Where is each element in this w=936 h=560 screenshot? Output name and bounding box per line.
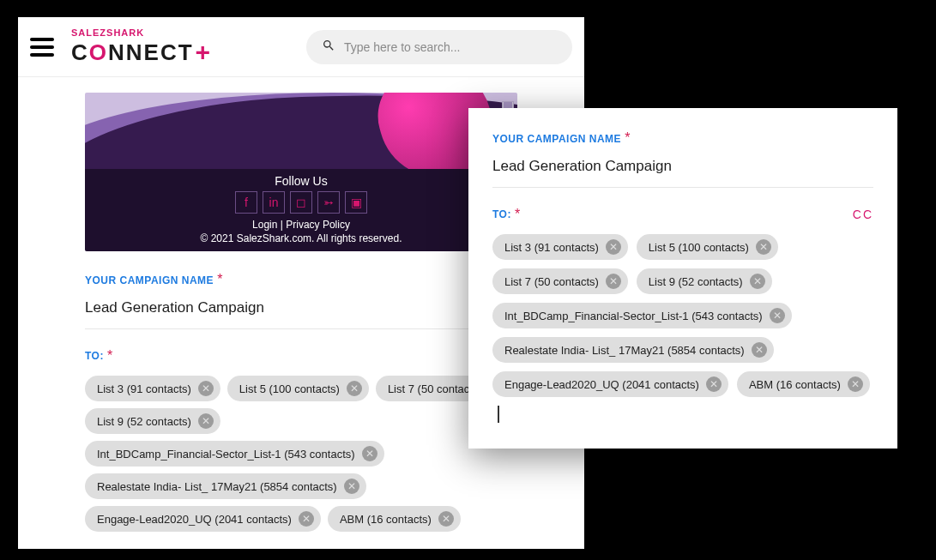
hamburger-menu-button[interactable] (30, 38, 54, 57)
campaign-name-input[interactable]: Lead Generation Campaign (492, 158, 873, 188)
remove-chip-icon[interactable]: ✕ (756, 239, 771, 255)
privacy-link[interactable]: Privacy Policy (286, 219, 350, 231)
remove-chip-icon[interactable]: ✕ (198, 413, 214, 429)
youtube-icon[interactable]: ▣ (345, 191, 367, 214)
campaign-name-field: YOUR CAMPAIGN NAME* Lead Generation Camp… (85, 272, 517, 329)
chip-label: List 5 (100 contacts) (239, 382, 340, 395)
chip-label: Engage-Lead2020_UQ (2041 contacts) (97, 513, 292, 526)
text-caret (498, 406, 499, 423)
chip-label: List 7 (50 contacts) (504, 275, 599, 288)
recipient-chip[interactable]: List 5 (100 contacts)✕ (637, 234, 778, 260)
campaign-popover: YOUR CAMPAIGN NAME* Lead Generation Camp… (468, 108, 897, 449)
login-link[interactable]: Login (252, 219, 277, 231)
link-separator: | (277, 219, 286, 231)
recipient-chip[interactable]: List 3 (91 contacts)✕ (492, 234, 628, 260)
brand-subtitle: SALEZSHARK (71, 28, 212, 38)
recipient-chip[interactable]: Realestate India- List_ 17May21 (5854 co… (492, 337, 774, 363)
remove-chip-icon[interactable]: ✕ (750, 274, 765, 289)
chip-label: ABM (16 contacts) (340, 513, 432, 526)
recipient-chip[interactable]: Engage-Lead2020_UQ (2041 contacts)✕ (492, 371, 728, 397)
chip-label: List 3 (91 contacts) (97, 382, 191, 395)
remove-chip-icon[interactable]: ✕ (606, 239, 621, 255)
remove-chip-icon[interactable]: ✕ (438, 511, 454, 527)
brand-logo: SALEZSHARK CONNECT+ (71, 28, 212, 65)
app-header: SALEZSHARK CONNECT+ (18, 17, 584, 77)
remove-chip-icon[interactable]: ✕ (706, 376, 722, 392)
follow-us-title: Follow Us (94, 174, 509, 188)
chip-label: ABM (16 contacts) (749, 378, 841, 391)
search-icon (322, 39, 335, 55)
remove-chip-icon[interactable]: ✕ (848, 376, 863, 392)
recipient-chips: List 3 (91 contacts)✕ List 5 (100 contac… (492, 234, 873, 397)
chip-label: Int_BDCamp_Financial-Sector_List-1 (543 … (97, 448, 355, 461)
remove-chip-icon[interactable]: ✕ (347, 381, 362, 396)
to-section: TO:* List 3 (91 contacts)✕ List 5 (100 c… (85, 348, 517, 532)
search-field[interactable] (306, 30, 572, 64)
chip-label: Engage-Lead2020_UQ (2041 contacts) (504, 378, 699, 391)
remove-chip-icon[interactable]: ✕ (606, 274, 621, 289)
chip-label: List 5 (100 contacts) (649, 241, 749, 254)
recipient-chip[interactable]: List 5 (100 contacts)✕ (227, 376, 369, 401)
campaign-name-field: YOUR CAMPAIGN NAME* Lead Generation Camp… (492, 130, 873, 188)
required-asterisk: * (107, 348, 112, 364)
required-asterisk: * (217, 272, 222, 286)
remove-chip-icon[interactable]: ✕ (198, 381, 214, 396)
chip-label: Realestate India- List_ 17May21 (5854 co… (504, 344, 745, 357)
chip-label: Realestate India- List_ 17May21 (5854 co… (97, 480, 337, 493)
brand-title: CONNECT+ (71, 39, 212, 65)
campaign-name-input[interactable]: Lead Generation Campaign (85, 299, 517, 329)
to-label: TO: (492, 208, 511, 220)
remove-chip-icon[interactable]: ✕ (344, 479, 359, 494)
facebook-icon[interactable]: f (235, 191, 257, 214)
chip-label: List 9 (52 contacts) (649, 275, 743, 288)
chip-label: Int_BDCamp_Financial-Sector_List-1 (543 … (504, 310, 763, 322)
legal-links: Login | Privacy Policy (94, 219, 509, 231)
remove-chip-icon[interactable]: ✕ (752, 342, 767, 358)
cc-link[interactable]: CC (853, 208, 873, 221)
instagram-icon[interactable]: ◻ (290, 191, 312, 214)
recipient-chip[interactable]: Realestate India- List_ 17May21 (5854 co… (85, 473, 366, 499)
to-section: TO:* CC List 3 (91 contacts)✕ List 5 (10… (492, 207, 873, 423)
recipient-chip[interactable]: Int_BDCamp_Financial-Sector_List-1 (543 … (492, 303, 792, 328)
recipient-chip[interactable]: Int_BDCamp_Financial-Sector_List-1 (543 … (85, 441, 384, 467)
social-icons-row: f in ◻ ➳ ▣ (94, 191, 509, 214)
required-asterisk: * (515, 207, 520, 222)
template-preview: Follow Us f in ◻ ➳ ▣ Login | Privacy Pol… (85, 93, 517, 251)
campaign-name-label: YOUR CAMPAIGN NAME (85, 274, 214, 286)
recipient-chip[interactable]: List 3 (91 contacts)✕ (85, 376, 220, 401)
recipient-chip[interactable]: List 9 (52 contacts)✕ (637, 268, 772, 294)
chip-label: List 9 (52 contacts) (97, 415, 191, 428)
required-asterisk: * (625, 130, 630, 145)
chip-label: List 3 (91 contacts) (504, 241, 599, 254)
remove-chip-icon[interactable]: ✕ (770, 308, 785, 323)
recipient-chips: List 3 (91 contacts)✕ List 5 (100 contac… (85, 376, 517, 532)
copyright-text: © 2021 SalezShark.com. All rights reserv… (94, 232, 509, 244)
campaign-name-label: YOUR CAMPAIGN NAME (492, 133, 621, 145)
recipient-chip[interactable]: List 7 (50 contacts)✕ (492, 268, 628, 294)
recipient-chip[interactable]: Engage-Lead2020_UQ (2041 contacts)✕ (85, 506, 321, 532)
search-input[interactable] (344, 40, 557, 54)
footer-block: Follow Us f in ◻ ➳ ▣ Login | Privacy Pol… (85, 169, 517, 251)
to-label: TO: (85, 350, 104, 362)
recipient-chip[interactable]: List 9 (52 contacts)✕ (85, 408, 220, 434)
twitter-icon[interactable]: ➳ (317, 191, 340, 214)
linkedin-icon[interactable]: in (263, 191, 285, 214)
recipient-chip[interactable]: ABM (16 contacts)✕ (737, 371, 870, 397)
remove-chip-icon[interactable]: ✕ (362, 446, 377, 461)
remove-chip-icon[interactable]: ✕ (299, 511, 314, 527)
recipient-chip[interactable]: ABM (16 contacts)✕ (328, 506, 461, 532)
